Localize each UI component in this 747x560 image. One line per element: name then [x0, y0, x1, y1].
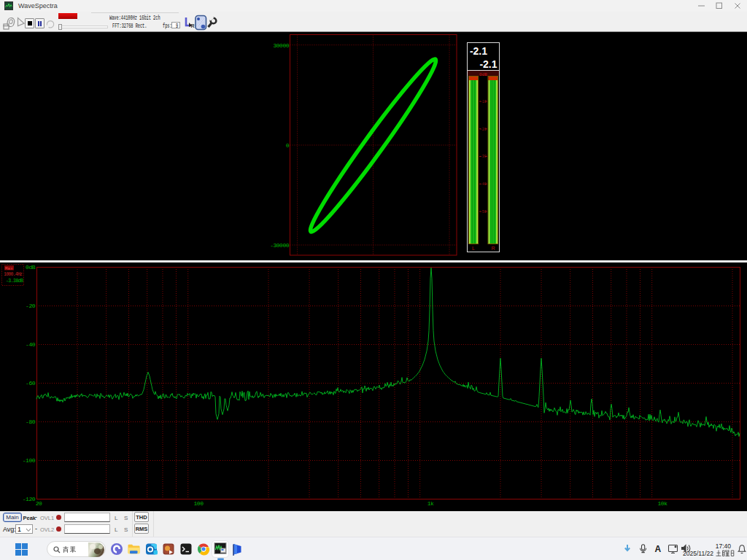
svg-text:-3.38dB: -3.38dB [6, 279, 23, 284]
svg-text:30000: 30000 [273, 42, 289, 49]
svg-text:-40: -40 [26, 341, 36, 348]
svg-text:Max: Max [5, 266, 13, 271]
svg-text:R: R [491, 246, 495, 251]
svg-text:-30: -30 [480, 155, 487, 159]
svg-text:-80: -80 [26, 419, 36, 425]
svg-text:A: A [655, 544, 662, 554]
svg-text:-20: -20 [26, 303, 36, 309]
svg-text:10k: 10k [658, 500, 668, 507]
svg-text:-30000: -30000 [270, 242, 290, 249]
svg-text:R: R [191, 23, 195, 28]
svg-text:-10: -10 [480, 100, 487, 104]
svg-text:0dB: 0dB [479, 72, 487, 77]
svg-text:0dB: 0dB [26, 264, 36, 271]
svg-text:100: 100 [194, 500, 204, 507]
svg-text:-20: -20 [480, 128, 487, 132]
svg-text:-40: -40 [480, 182, 487, 187]
svg-text:-2.1: -2.1 [480, 58, 498, 70]
svg-text:-100: -100 [23, 457, 36, 464]
svg-text:-120: -120 [23, 496, 36, 502]
svg-text:0: 0 [286, 142, 290, 149]
svg-text:-2.1: -2.1 [470, 45, 487, 57]
svg-text:17:40: 17:40 [716, 542, 732, 550]
svg-text:20: 20 [36, 500, 42, 507]
svg-text:2025/11/22: 2025/11/22 [683, 550, 713, 557]
svg-text:-60: -60 [26, 380, 36, 386]
svg-text:-50: -50 [480, 210, 487, 214]
svg-text:L: L [472, 246, 475, 251]
svg-text:1k: 1k [427, 500, 434, 507]
svg-text:1000.4Hz: 1000.4Hz [4, 272, 23, 277]
